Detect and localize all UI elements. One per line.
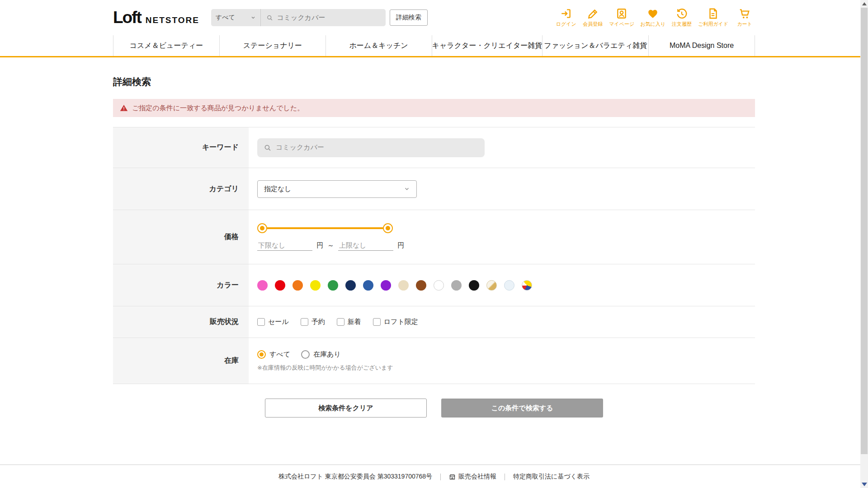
sales-status-options: セール 予約 新着 ロフト限定	[257, 318, 418, 326]
checkbox-box[interactable]	[301, 318, 308, 326]
guide-document-icon	[707, 8, 719, 19]
checkbox-box[interactable]	[257, 318, 265, 326]
footer-link-company-info[interactable]: 販売会社情報	[441, 473, 505, 481]
category-select[interactable]: 指定なし	[257, 180, 417, 198]
radio-all[interactable]: すべて	[257, 350, 290, 359]
color-swatch-orange[interactable]	[292, 280, 303, 291]
price-min-input[interactable]	[257, 240, 312, 251]
nav-item-stationery[interactable]: ステーショナリー	[219, 35, 326, 56]
register-pencil-icon	[587, 8, 599, 19]
page-title: 詳細検索	[113, 75, 755, 88]
radio-button-selected[interactable]	[257, 350, 266, 359]
alert-message: ご指定の条件に一致する商品が見つかりませんでした。	[132, 104, 304, 113]
category-label: カテゴリ	[113, 168, 249, 210]
mypage-user-icon	[616, 8, 627, 19]
nav-item-character-goods[interactable]: キャラクター・クリエイター雑貨	[432, 35, 542, 56]
price-label: 価格	[113, 210, 249, 264]
color-swatches	[257, 280, 532, 291]
scroll-down-icon[interactable]	[860, 480, 868, 488]
color-swatch-white[interactable]	[434, 280, 444, 291]
cart-icon	[739, 8, 750, 19]
checkbox-sale[interactable]: セール	[257, 318, 289, 326]
logo-netstore-text: NETSTORE	[146, 15, 199, 25]
nav-item-fashion-variety[interactable]: ファッション＆バラエティ雑貨	[542, 35, 648, 56]
sales-status-label: 販売状況	[113, 306, 249, 338]
color-label: カラー	[113, 264, 249, 306]
search-category-value: すべて	[216, 14, 235, 22]
utility-label: ログイン	[556, 21, 576, 28]
utility-register[interactable]: 会員登録	[582, 8, 603, 28]
color-swatch-beige[interactable]	[398, 280, 409, 291]
utility-guide[interactable]: ご利用ガイド	[698, 8, 728, 28]
yen-label-min: 円	[316, 241, 323, 250]
color-swatch-brown[interactable]	[416, 280, 426, 291]
yen-label-max: 円	[397, 241, 404, 250]
utility-order-history[interactable]: 注文履歴	[671, 8, 692, 28]
color-swatch-blue[interactable]	[363, 280, 373, 291]
price-min-handle[interactable]	[257, 223, 267, 233]
price-range-slider[interactable]	[257, 223, 393, 233]
checkbox-label: ロフト限定	[384, 318, 418, 326]
no-results-alert: ご指定の条件に一致する商品が見つかりませんでした。	[113, 99, 755, 117]
slider-track	[262, 227, 388, 229]
utility-label: 会員登録	[583, 21, 603, 28]
color-swatch-navy[interactable]	[345, 280, 356, 291]
utility-label: お気に入り	[640, 21, 665, 28]
color-swatch-yellow[interactable]	[310, 280, 321, 291]
radio-in-stock[interactable]: 在庫あり	[301, 350, 341, 359]
color-swatch-pink[interactable]	[257, 280, 268, 291]
site-header: Loft NETSTORE すべて 詳細検索	[0, 0, 868, 35]
search-submit-button[interactable]: この条件で検索する	[441, 399, 603, 418]
stock-row: 在庫 すべて 在庫あり ※在庫情報の反映に時間がかかる場合がございます	[113, 338, 755, 384]
checkbox-reservation[interactable]: 予約	[301, 318, 325, 326]
color-swatch-purple[interactable]	[381, 280, 391, 291]
utility-login[interactable]: ログイン	[556, 8, 576, 28]
header-search-box: すべて	[211, 9, 386, 26]
utility-mypage[interactable]: マイページ	[609, 8, 634, 28]
footer-link-tokushoho[interactable]: 特定商取引法に基づく表示	[505, 473, 598, 481]
color-swatch-multicolor[interactable]	[522, 280, 532, 291]
color-swatch-gold[interactable]	[486, 280, 497, 291]
checkbox-new-arrival[interactable]: 新着	[337, 318, 361, 326]
color-swatch-gray[interactable]	[451, 280, 462, 291]
nav-item-home-kitchen[interactable]: ホーム＆キッチン	[326, 35, 432, 56]
keyword-row: キーワード	[113, 127, 755, 168]
keyword-input[interactable]	[276, 144, 478, 151]
clear-conditions-button[interactable]: 検索条件をクリア	[265, 399, 427, 418]
utility-cart[interactable]: カート	[734, 8, 755, 28]
price-max-handle[interactable]	[383, 223, 393, 233]
nav-item-moma[interactable]: MoMA Design Store	[648, 35, 755, 56]
checkbox-box[interactable]	[337, 318, 344, 326]
checkbox-box[interactable]	[373, 318, 381, 326]
header-search-input[interactable]	[277, 14, 380, 22]
radio-label: すべて	[269, 350, 290, 359]
color-swatch-green[interactable]	[328, 280, 338, 291]
main-content: 詳細検索 ご指定の条件に一致する商品が見つかりませんでした。 キーワード	[113, 57, 755, 418]
color-swatch-red[interactable]	[275, 280, 285, 291]
site-footer: 株式会社ロフト 東京都公安委員会 第303319700768号 販売会社情報 特…	[0, 465, 868, 488]
stock-label: 在庫	[113, 338, 249, 384]
price-max-input[interactable]	[338, 240, 393, 251]
scrollbar-thumb[interactable]	[861, 8, 868, 454]
history-clock-icon	[676, 8, 688, 19]
price-inputs: 円 ～ 円	[257, 240, 404, 251]
search-icon	[266, 14, 273, 22]
warning-icon	[120, 104, 128, 112]
utility-label: ご利用ガイド	[698, 21, 728, 28]
vertical-scrollbar[interactable]	[860, 0, 868, 488]
detail-search-button[interactable]: 詳細検索	[390, 9, 428, 26]
color-swatch-clear[interactable]	[504, 280, 514, 291]
footer-link-label: 販売会社情報	[458, 473, 496, 481]
radio-label: 在庫あり	[313, 350, 341, 359]
utility-label: 注文履歴	[672, 21, 692, 28]
radio-button[interactable]	[301, 350, 310, 359]
heart-icon	[647, 8, 659, 19]
utility-favorites[interactable]: お気に入り	[640, 8, 665, 28]
advanced-search-form: キーワード カテゴリ 指定なし	[113, 127, 755, 384]
color-swatch-black[interactable]	[469, 280, 479, 291]
checkbox-loft-limited[interactable]: ロフト限定	[373, 318, 418, 326]
search-category-select[interactable]: すべて	[211, 9, 261, 26]
scroll-up-icon[interactable]	[860, 0, 868, 8]
loft-logo[interactable]: Loft NETSTORE	[113, 8, 199, 27]
nav-item-cosmetics[interactable]: コスメ＆ビューティー	[113, 35, 219, 56]
